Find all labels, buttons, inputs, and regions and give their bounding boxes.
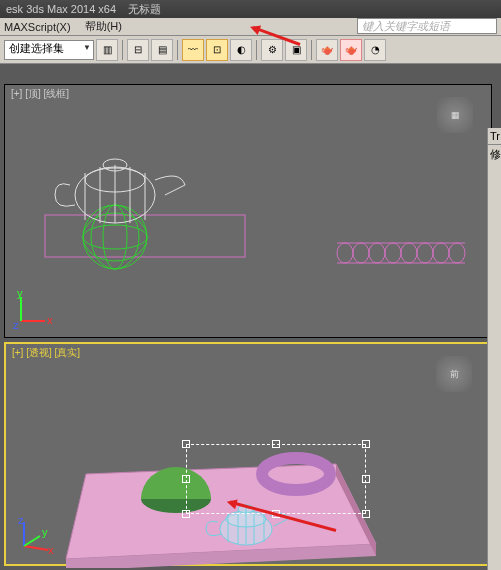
svg-text:z: z: [13, 319, 19, 329]
menu-maxscript[interactable]: MAXScript(X): [4, 21, 71, 33]
schematic-view-icon[interactable]: ⊡: [206, 39, 228, 61]
viewport-container: [+] [顶] [线框] ▦: [0, 64, 501, 570]
viewcube-top[interactable]: ▦: [437, 97, 473, 133]
panel-tab[interactable]: 修: [488, 145, 501, 164]
selection-set-dropdown[interactable]: 创建选择集: [4, 40, 94, 60]
svg-point-19: [417, 243, 433, 263]
svg-point-18: [401, 243, 417, 263]
curve-editor-icon[interactable]: 〰: [182, 39, 204, 61]
selection-handle[interactable]: [362, 475, 370, 483]
separator: [311, 40, 312, 60]
svg-point-17: [385, 243, 401, 263]
title-bar: esk 3ds Max 2014 x64 无标题: [0, 0, 501, 18]
selection-handle[interactable]: [182, 475, 190, 483]
selection-handle[interactable]: [362, 440, 370, 448]
svg-text:x: x: [48, 544, 54, 556]
selection-handle[interactable]: [362, 510, 370, 518]
svg-point-21: [449, 243, 465, 263]
viewport-label-top[interactable]: [+] [顶] [线框]: [11, 87, 69, 101]
render-production-icon[interactable]: 🫖: [340, 39, 362, 61]
teapot-render-icon[interactable]: 🫖: [316, 39, 338, 61]
separator: [177, 40, 178, 60]
svg-text:y: y: [17, 289, 23, 299]
axis-gizmo-persp: x z y: [14, 516, 54, 556]
svg-line-44: [24, 536, 40, 546]
axis-gizmo-top: x y z: [13, 289, 53, 329]
svg-text:x: x: [47, 314, 53, 326]
svg-text:z: z: [18, 516, 24, 526]
command-panel[interactable]: Tr 修: [487, 128, 501, 570]
viewcube-persp[interactable]: 前: [436, 356, 472, 392]
viewport-label-persp[interactable]: [+] [透视] [真实]: [12, 346, 80, 360]
main-toolbar: 创建选择集 ▥ ⊟ ▤ 〰 ⊡ ◐ ⚙ ▣ 🫖 🫖 ◔: [0, 36, 501, 64]
mirror-icon[interactable]: ▥: [96, 39, 118, 61]
selection-handle[interactable]: [182, 510, 190, 518]
svg-text:y: y: [42, 526, 48, 538]
app-name: esk 3ds Max 2014 x64: [6, 3, 116, 15]
svg-line-42: [24, 546, 48, 550]
render-setup-icon[interactable]: ⚙: [261, 39, 283, 61]
viewport-top[interactable]: [+] [顶] [线框] ▦: [4, 84, 492, 338]
layers-icon[interactable]: ▤: [151, 39, 173, 61]
svg-point-15: [353, 243, 369, 263]
svg-point-16: [369, 243, 385, 263]
top-view-scene: [5, 85, 493, 339]
file-name: 无标题: [128, 2, 161, 17]
selection-handle[interactable]: [272, 440, 280, 448]
svg-rect-0: [45, 215, 245, 257]
align-icon[interactable]: ⊟: [127, 39, 149, 61]
viewport-perspective[interactable]: [+] [透视] [真实] 前: [4, 342, 492, 566]
separator: [256, 40, 257, 60]
render-iterative-icon[interactable]: ◔: [364, 39, 386, 61]
svg-point-2: [83, 225, 147, 249]
panel-tab[interactable]: Tr: [488, 128, 501, 145]
separator: [122, 40, 123, 60]
svg-point-14: [337, 243, 353, 263]
selection-bounds: [186, 444, 366, 514]
selection-handle[interactable]: [182, 440, 190, 448]
material-editor-icon[interactable]: ◐: [230, 39, 252, 61]
menu-help[interactable]: 帮助(H): [85, 19, 122, 34]
search-input[interactable]: 键入关键字或短语: [357, 18, 497, 34]
svg-point-20: [433, 243, 449, 263]
